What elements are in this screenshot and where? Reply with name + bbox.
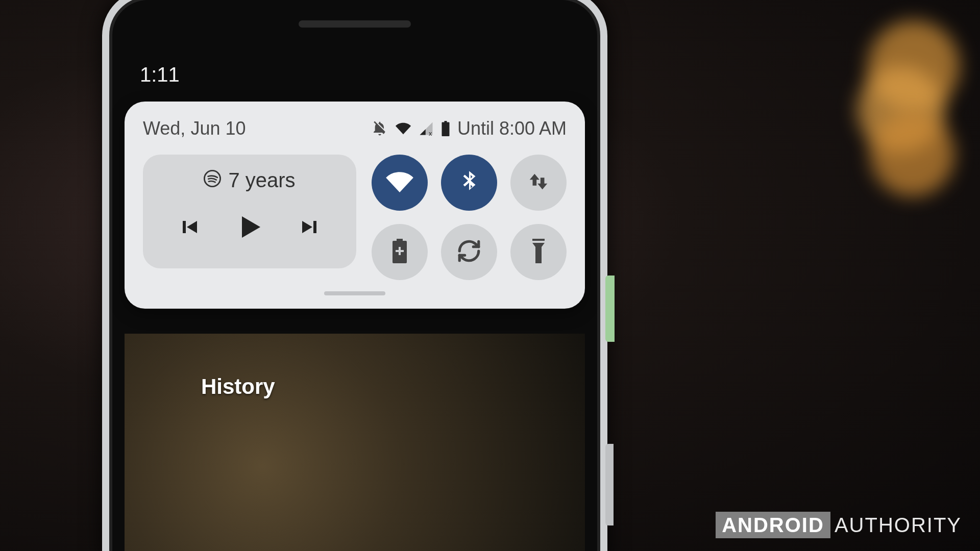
panel-header: Wed, Jun 10 x Until 8:00 AM [143, 118, 567, 139]
tile-flashlight[interactable] [510, 224, 567, 280]
tile-mobile-data[interactable] [510, 155, 567, 211]
tile-wifi[interactable] [372, 155, 428, 211]
clock-time: 1:11 [140, 63, 180, 86]
wallpaper [125, 334, 585, 551]
watermark-brand-box: ANDROID [716, 512, 830, 538]
phone-frame: 1:11 Wed, Jun 10 x Until 8:00 AM [102, 0, 607, 551]
media-play-button[interactable] [227, 204, 273, 250]
tile-auto-rotate[interactable] [441, 224, 497, 280]
quick-settings-tiles [372, 155, 567, 280]
media-track-title: 7 years [228, 169, 295, 192]
battery-plus-icon [390, 239, 409, 265]
bokeh-light [870, 112, 954, 196]
svg-text:x: x [429, 130, 432, 136]
tile-battery-saver[interactable] [372, 224, 428, 280]
rotate-icon [456, 238, 482, 266]
signal-status-icon: x [419, 121, 434, 136]
quick-settings-panel[interactable]: Wed, Jun 10 x Until 8:00 AM [125, 102, 585, 309]
dnd-until-label: Until 8:00 AM [457, 118, 567, 139]
battery-status-icon [441, 121, 450, 136]
watermark: ANDROIDAUTHORITY [716, 514, 962, 537]
date-label: Wed, Jun 10 [143, 118, 246, 139]
watermark-brand-rest: AUTHORITY [835, 514, 962, 536]
phone-power-button [605, 276, 615, 342]
phone-volume-button [605, 444, 614, 525]
media-previous-button[interactable] [166, 204, 212, 250]
tile-bluetooth[interactable] [441, 155, 497, 211]
status-bar: 1:11 [140, 63, 570, 86]
svg-rect-2 [532, 241, 545, 243]
bluetooth-icon [456, 169, 482, 196]
flashlight-icon [530, 239, 547, 265]
media-player-card[interactable]: 7 years [143, 155, 356, 268]
wifi-icon [385, 167, 414, 198]
data-arrows-icon [527, 170, 550, 195]
dnd-off-icon [372, 120, 388, 137]
spotify-icon [204, 169, 221, 192]
homescreen-history-label: History [201, 374, 275, 399]
panel-drag-handle[interactable] [324, 291, 385, 295]
media-next-button[interactable] [287, 204, 333, 250]
wifi-status-icon [395, 121, 411, 136]
